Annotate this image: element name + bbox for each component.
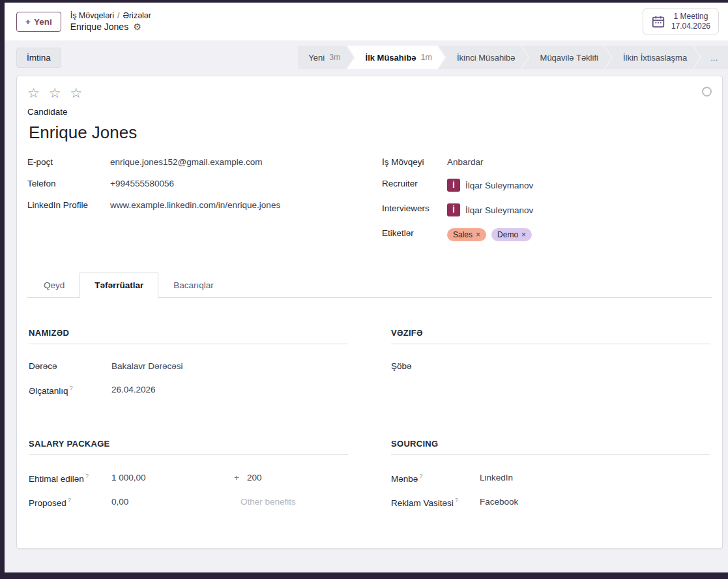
recruiter-label: Recruiter <box>382 179 447 188</box>
stage-duration: 1m <box>421 53 432 62</box>
linkedin-row: LinkedIn Profile www.example.linkedin.co… <box>27 200 357 210</box>
help-icon: ? <box>419 472 422 479</box>
availability-label: Əlçatanlıq <box>29 386 68 396</box>
email-field[interactable]: enrique.jones152@gmail.example.com <box>110 157 263 167</box>
meeting-button[interactable]: 1 Meeting 17.04.2026 <box>643 8 719 35</box>
tags-row: Etiketlər Sales × Demo × <box>382 228 712 241</box>
degree-field[interactable]: Bakalavr Dərəcəsi <box>111 361 183 371</box>
phone-row: Telefon +994555580056 <box>27 179 357 188</box>
meeting-count: 1 Meeting <box>671 12 710 22</box>
help-icon: ? <box>69 384 72 391</box>
medium-label: Reklam Vasitəsi <box>391 498 454 508</box>
details-tab-content: NAMIZƏD Dərəcə Bakalavr Dərəcəsi Əlçatan… <box>27 298 712 521</box>
medium-field[interactable]: Facebook <box>480 497 518 507</box>
avatar: İ <box>447 203 460 216</box>
notebook-tabs: Qeyd Təfərrüatlar Bacarıqlar <box>27 273 712 298</box>
breadcrumb-separator: / <box>117 11 119 20</box>
section-sourcing: SOURCING Mənbə? LinkedIn Reklam Vasitəsi… <box>391 439 710 521</box>
stage-ikinci-musahibe[interactable]: İkinci Müsahibə <box>439 46 529 69</box>
breadcrumb-parent[interactable]: İş Mövqeləri <box>70 11 114 20</box>
department-row: Şöbə <box>391 361 710 371</box>
source-row: Mənbə? LinkedIn <box>391 472 710 484</box>
recruiter-field[interactable]: İ İlqar Suleymanov <box>447 179 533 192</box>
new-button-label: Yeni <box>34 17 52 27</box>
tags-field[interactable]: Sales × Demo × <box>447 228 532 241</box>
expected-salary-row: Ehtimal edilən? 1 000,00 + 200 <box>29 472 348 484</box>
recruiter-row: Recruiter İ İlqar Suleymanov <box>382 179 712 192</box>
form-sheet: ☆ ☆ ☆ Candidate Enrique Jones E-poçt enr… <box>16 76 723 549</box>
interviewers-row: Interviewers İ İlqar Suleymanov <box>382 203 712 216</box>
gear-icon[interactable]: ⚙ <box>133 22 141 32</box>
interviewers-field[interactable]: İ İlqar Suleymanov <box>447 203 533 216</box>
calendar-icon <box>651 14 665 29</box>
proposed-salary-row: Proposed? 0,00 Other benefits <box>29 496 348 508</box>
new-button[interactable]: + Yeni <box>16 12 61 32</box>
degree-row: Dərəcə Bakalavr Dərəcəsi <box>29 361 348 371</box>
degree-label: Dərəcə <box>29 361 111 371</box>
department-label: Şöbə <box>391 361 474 371</box>
control-panel: + Yeni İş Mövqeləri / Ərizələr Enrique J… <box>5 3 728 40</box>
tab-qeyd[interactable]: Qeyd <box>29 273 80 297</box>
phone-label: Telefon <box>27 179 110 188</box>
interviewers-label: Interviewers <box>382 203 447 213</box>
tab-bacariqlar[interactable]: Bacarıqlar <box>158 273 229 297</box>
activity-state-icon[interactable] <box>702 87 712 96</box>
source-label: Mənbə <box>391 473 418 483</box>
linkedin-label: LinkedIn Profile <box>27 200 110 210</box>
tags-label: Etiketlər <box>382 228 447 238</box>
proposed-salary-field[interactable]: 0,00 <box>111 497 234 507</box>
meeting-date: 17.04.2026 <box>671 22 710 31</box>
linkedin-field[interactable]: www.example.linkedin.com/in/enrique.jone… <box>110 200 280 210</box>
phone-field[interactable]: +994555580056 <box>110 179 174 188</box>
section-vezife: VƏZIFƏ Şöbə <box>391 328 710 409</box>
fields-grid: E-poçt enrique.jones152@gmail.example.co… <box>27 157 712 253</box>
tag-remove-icon[interactable]: × <box>521 230 526 239</box>
interviewer-name: İlqar Suleymanov <box>465 205 533 215</box>
tab-teferruatlar[interactable]: Təfərrüatlar <box>80 273 158 298</box>
expected-salary-field[interactable]: 1 000,00 <box>111 473 234 482</box>
breadcrumb: İş Mövqeləri / Ərizələr Enrique Jones ⚙ <box>70 11 151 32</box>
email-row: E-poçt enrique.jones152@gmail.example.co… <box>27 157 357 167</box>
stage-muqavile-teklifi[interactable]: Müqavilə Təklifi <box>522 46 611 69</box>
app-window: + Yeni İş Mövqeləri / Ərizələr Enrique J… <box>5 3 728 572</box>
medium-row: Reklam Vasitəsi? Facebook <box>391 496 710 508</box>
help-icon: ? <box>68 496 71 503</box>
expected-salary-label: Ehtimal edilən <box>29 473 84 483</box>
other-benefits-input[interactable]: Other benefits <box>240 497 296 507</box>
priority-stars[interactable]: ☆ ☆ ☆ <box>27 85 712 101</box>
source-field[interactable]: LinkedIn <box>480 473 513 482</box>
plus-icon: + <box>234 473 239 482</box>
tag-sales[interactable]: Sales × <box>447 228 486 241</box>
job-position-row: İş Mövqeyi Anbardar <box>382 157 712 167</box>
breadcrumb-section[interactable]: Ərizələr <box>123 11 151 20</box>
section-namized: NAMIZƏD Dərəcə Bakalavr Dərəcəsi Əlçatan… <box>29 328 348 409</box>
section-title: SOURCING <box>391 439 710 455</box>
refuse-button[interactable]: İmtina <box>16 48 61 68</box>
section-title: NAMIZƏD <box>29 328 348 344</box>
tag-remove-icon[interactable]: × <box>476 230 480 239</box>
section-title: SALARY PACKAGE <box>29 439 348 455</box>
breadcrumb-current: Enrique Jones <box>70 22 129 32</box>
stage-duration: 3m <box>329 53 340 62</box>
proposed-salary-label: Proposed <box>29 498 66 508</box>
tag-demo[interactable]: Demo × <box>491 228 532 241</box>
recruiter-name: İlqar Suleymanov <box>465 181 533 190</box>
stage-ilkin-ixtisaslasma[interactable]: İlkin İxtisaslaşma <box>605 46 700 69</box>
candidate-label: Candidate <box>27 107 712 117</box>
extra-advantages-field[interactable]: 200 <box>247 473 262 482</box>
availability-field[interactable]: 26.04.2026 <box>111 385 156 394</box>
job-position-label: İş Mövqeyi <box>382 157 447 167</box>
statusbar: İmtina Yeni 3m İlk Müsahibə 1m İkinci Mü… <box>5 40 728 73</box>
stage-yeni[interactable]: Yeni 3m <box>298 46 353 69</box>
help-icon: ? <box>455 496 458 503</box>
stage-ilk-musahibe[interactable]: İlk Müsahibə 1m <box>347 46 445 69</box>
help-icon: ? <box>85 472 89 479</box>
availability-row: Əlçatanlıq? 26.04.2026 <box>29 384 348 396</box>
plus-icon: + <box>25 17 31 27</box>
candidate-name[interactable]: Enrique Jones <box>29 123 712 143</box>
job-position-field[interactable]: Anbardar <box>447 157 484 167</box>
section-salary-package: SALARY PACKAGE Ehtimal edilən? 1 000,00 … <box>29 439 348 521</box>
stage-pipeline: Yeni 3m İlk Müsahibə 1m İkinci Müsahibə … <box>298 46 728 69</box>
email-label: E-poçt <box>27 157 110 167</box>
avatar: İ <box>447 179 460 192</box>
